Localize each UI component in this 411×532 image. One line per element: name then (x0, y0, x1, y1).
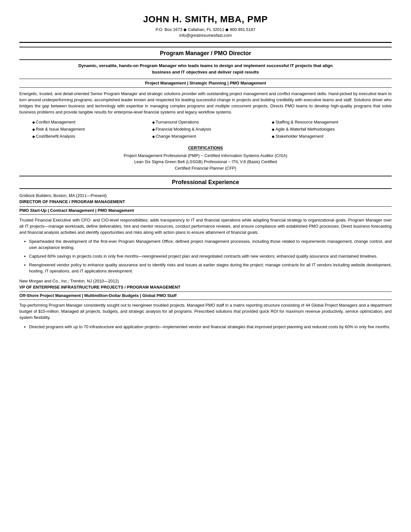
job-2-subtitle: Off-Shore Project Management | Multimill… (19, 291, 392, 300)
bullet-item: Directed programs with up to 70 infrastr… (29, 324, 392, 330)
prof-exp-title: Professional Experience (19, 178, 392, 186)
skills-grid: Conflict Management Risk & Issue Managem… (32, 119, 392, 141)
job-2-company: New Morgan and Co., Inc.; Trenton, NJ (2… (19, 278, 392, 284)
bullet-item: Captured 60% savings in projects costs i… (29, 253, 392, 260)
job-2-bullets: Directed programs with up to 70 infrastr… (29, 324, 392, 330)
certifications-section: CERTIFICATIONS Project Management Profes… (19, 145, 392, 171)
job-1-title: DIRECTOR OF FINANCE / PROGRAM MANAGEMENT (19, 199, 392, 205)
skill-item: Stakeholder Management (272, 133, 392, 139)
role-title: Program Manager / PMO Director (19, 49, 392, 57)
bullet-item: Reengineered vendor policy to enhance qu… (29, 262, 392, 274)
cert-line2: Lean Six Sigma Green Belt (LSSGB) Profes… (19, 159, 392, 165)
skill-item: Financial Modeling & Analysis (152, 126, 272, 132)
bullet-item: Spearheaded the development of the first… (29, 239, 392, 251)
job-2-header: New Morgan and Co., Inc.; Trenton, NJ (2… (19, 278, 392, 290)
cert-line3: Certified Financial Planner (CFP) (19, 165, 392, 172)
competencies-bar: Project Management | Strategic Planning … (19, 79, 392, 88)
skills-col-1: Conflict Management Risk & Issue Managem… (32, 119, 152, 141)
tagline: Dynamic, versatile, hands-on Program Man… (19, 63, 392, 76)
skills-col-3: Staffing & Resource Management Agile & W… (272, 119, 392, 141)
skill-item: Risk & Issue Management (32, 126, 152, 132)
job-1-company: Gridlock Builders; Boston, MA (2011—Pres… (19, 193, 392, 199)
skill-item: Conflict Management (32, 119, 152, 125)
candidate-name: JOHN H. SMITH, MBA, PMP (19, 13, 392, 25)
job-2-description: Top-performing Program Manager consisten… (19, 302, 392, 321)
professional-experience-header: Professional Experience (19, 176, 392, 189)
job-1-subtitle: PMO Start-Up | Contract Management | PMO… (19, 206, 392, 215)
skill-item: Change Management (152, 133, 272, 139)
job-1-bullets: Spearheaded the development of the first… (29, 239, 392, 274)
contact-info: P.O. Box 1673 ◆ Callahan, FL 32011 ◆ 800… (156, 27, 256, 32)
resume-header: JOHN H. SMITH, MBA, PMP P.O. Box 1673 ◆ … (19, 13, 392, 43)
skills-col-2: Turnaround Operations Financial Modeling… (152, 119, 272, 141)
job-1-description: Trusted Financial Executive with CFO- an… (19, 217, 392, 236)
skill-item: Staffing & Resource Management (272, 119, 392, 125)
skill-item: Turnaround Operations (152, 119, 272, 125)
role-title-box: Program Manager / PMO Director (19, 47, 392, 60)
job-1-header: Gridlock Builders; Boston, MA (2011—Pres… (19, 193, 392, 205)
summary-text: Energetic, trusted, and detail-oriented … (19, 91, 392, 115)
tagline-line1: Dynamic, versatile, hands-on Program Man… (78, 63, 333, 68)
skill-item: Cost/Benefit Analysis (32, 133, 152, 139)
certifications-heading: CERTIFICATIONS (19, 145, 392, 151)
cert-line1: Project Management Professional (PMP) ~ … (19, 153, 392, 159)
job-2-title: VP OF ENTERPRISE INFRASTRUCTURE PROJECTS… (19, 284, 392, 290)
skill-item: Agile & Waterfall Methodologies (272, 126, 392, 132)
contact-line: P.O. Box 1673 ◆ Callahan, FL 32011 ◆ 800… (19, 27, 392, 33)
email-address: info@greatresumesfast.com (19, 33, 392, 38)
tagline-line2: business and IT objectives and deliver r… (152, 70, 259, 74)
